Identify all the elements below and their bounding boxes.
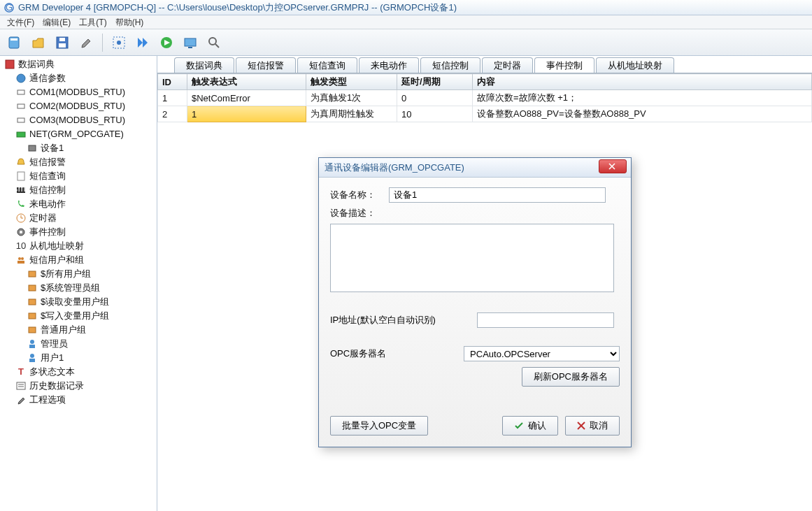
tree-com2[interactable]: COM2(MODBUS_RTU): [0, 99, 157, 113]
menu-edit[interactable]: 编辑(E): [38, 15, 75, 29]
tree-read-users[interactable]: $读取变量用户组: [0, 295, 157, 309]
col-delay[interactable]: 延时/周期: [397, 74, 473, 90]
import-opc-button[interactable]: 批量导入OPC变量: [330, 416, 428, 436]
group-icon: [27, 310, 38, 322]
user-icon: [27, 352, 38, 364]
tree-call-action[interactable]: 来电动作: [0, 197, 157, 211]
gear-icon: [15, 226, 27, 238]
tree-normal-users[interactable]: 普通用户组: [0, 323, 157, 337]
opc-server-select[interactable]: PCAuto.OPCServer: [464, 346, 620, 361]
svg-point-8: [117, 41, 121, 45]
toolbar-settings-icon[interactable]: [76, 33, 97, 52]
cancel-button[interactable]: 取消: [565, 416, 620, 436]
menubar: 文件(F) 编辑(E) 工具(T) 帮助(H): [0, 15, 812, 29]
tab-slave-map[interactable]: 从机地址映射: [596, 57, 674, 73]
col-id[interactable]: ID: [158, 74, 187, 90]
svg-point-31: [21, 257, 24, 260]
tree-sms-query[interactable]: 短信查询: [0, 169, 157, 183]
group-icon: [27, 268, 38, 280]
dialog-body: 设备名称： 设备描述： IP地址(默认空白自动识别) OPC服务器名 PCAut…: [319, 178, 631, 447]
toolbar-grid-icon[interactable]: [108, 33, 129, 52]
tab-timer[interactable]: 定时器: [482, 57, 533, 73]
ok-button[interactable]: 确认: [502, 416, 558, 436]
text-icon: T: [15, 366, 27, 377]
svg-text:G: G: [6, 3, 13, 13]
port-icon: [15, 87, 27, 98]
cmd-icon: Cmd: [15, 185, 27, 196]
close-icon[interactable]: [599, 159, 627, 173]
table-row[interactable]: 2 1 为真周期性触发 10 设备整数AO888_PV=设备整数AO888_PV: [158, 106, 812, 122]
svg-rect-16: [17, 90, 24, 94]
tab-data-dict[interactable]: 数据词典: [174, 57, 234, 73]
col-type[interactable]: 触发类型: [306, 74, 397, 90]
tree-comm-params[interactable]: 通信参数: [0, 71, 157, 85]
svg-rect-39: [29, 345, 35, 348]
device-name-input[interactable]: [389, 187, 606, 203]
refresh-opc-button[interactable]: 刷新OPC服务器名: [522, 367, 620, 387]
svg-rect-32: [17, 261, 24, 264]
event-grid[interactable]: ID 触发表达式 触发类型 延时/周期 内容 1 $NetComError 为真…: [157, 73, 812, 122]
toolbar-monitor-icon[interactable]: [180, 33, 201, 52]
tree-all-users[interactable]: $所有用户组: [0, 267, 157, 281]
tree-admin[interactable]: 管理员: [0, 337, 157, 351]
tree-net[interactable]: NET(GRM_OPCGATE): [0, 127, 157, 141]
col-content[interactable]: 内容: [473, 74, 812, 90]
svg-rect-14: [6, 60, 14, 69]
tree-event-control[interactable]: 事件控制: [0, 225, 157, 239]
toolbar-open-icon[interactable]: [28, 33, 49, 52]
tab-sms-query[interactable]: 短信查询: [297, 57, 357, 73]
table-row[interactable]: 1 $NetComError 为真触发1次 0 故障次数=故障次数 +1；: [158, 90, 812, 106]
tree-sms-users[interactable]: 短信用户和组: [0, 253, 157, 267]
ip-input[interactable]: [477, 312, 614, 328]
svg-rect-5: [59, 43, 66, 48]
svg-rect-37: [29, 327, 36, 333]
svg-rect-10: [185, 38, 196, 46]
tab-call-action[interactable]: 来电动作: [359, 57, 419, 73]
tree-write-users[interactable]: $写入变量用户组: [0, 309, 157, 323]
group-icon: [27, 324, 38, 336]
toolbar-play-icon[interactable]: [132, 33, 153, 52]
tree-timer[interactable]: 定时器: [0, 211, 157, 225]
window-title: GRM Developer 4 [GRMOPCH-Q] -- C:\Users\…: [18, 1, 457, 14]
toolbar-run-icon[interactable]: [156, 33, 177, 52]
label-device-name: 设备名称：: [330, 189, 389, 201]
svg-rect-6: [59, 38, 65, 41]
tree-sys-admin[interactable]: $系统管理员组: [0, 281, 157, 295]
group-icon: [27, 296, 38, 308]
toolbar-search-icon[interactable]: [204, 33, 225, 52]
svg-rect-36: [29, 313, 36, 319]
tab-event-control[interactable]: 事件控制: [534, 57, 594, 73]
tab-sms-alarm[interactable]: 短信报警: [236, 57, 296, 73]
tab-sms-control[interactable]: 短信控制: [420, 57, 480, 73]
page-icon: [15, 171, 27, 182]
history-icon: [15, 380, 27, 391]
wrench-icon: [15, 394, 27, 405]
toolbar-new-icon[interactable]: [4, 33, 25, 52]
sidebar-tree[interactable]: 数据词典 通信参数 COM1(MODBUS_RTU) COM2(MODBUS_R…: [0, 56, 157, 511]
svg-rect-3: [10, 38, 17, 41]
col-expr[interactable]: 触发表达式: [187, 74, 306, 90]
tree-multi-text[interactable]: T多状态文本: [0, 365, 157, 379]
svg-rect-19: [17, 132, 25, 137]
tree-device1[interactable]: 设备1: [0, 141, 157, 155]
device-icon: [27, 143, 38, 154]
svg-point-15: [17, 74, 25, 82]
tree-slave-map[interactable]: 0101从机地址映射: [0, 239, 157, 253]
tree-user1[interactable]: 用户1: [0, 351, 157, 365]
menu-file[interactable]: 文件(F): [3, 15, 38, 29]
tree-history[interactable]: 历史数据记录: [0, 379, 157, 393]
tree-options[interactable]: 工程选项: [0, 393, 157, 407]
tree-sms-alarm[interactable]: 短信报警: [0, 155, 157, 169]
tree-com1[interactable]: COM1(MODBUS_RTU): [0, 85, 157, 99]
tree-sms-control[interactable]: Cmd短信控制: [0, 183, 157, 197]
device-desc-textarea[interactable]: [330, 224, 614, 292]
dialog-titlebar[interactable]: 通讯设备编辑器(GRM_OPCGATE): [319, 158, 631, 178]
menu-tool[interactable]: 工具(T): [75, 15, 111, 29]
tree-data-dict[interactable]: 数据词典: [0, 57, 157, 71]
menu-help[interactable]: 帮助(H): [111, 15, 148, 29]
svg-rect-17: [17, 104, 24, 108]
svg-point-30: [18, 257, 21, 260]
tree-com3[interactable]: COM3(MODBUS_RTU): [0, 113, 157, 127]
binary-icon: 0101: [15, 240, 27, 252]
toolbar-save-icon[interactable]: [52, 33, 73, 52]
